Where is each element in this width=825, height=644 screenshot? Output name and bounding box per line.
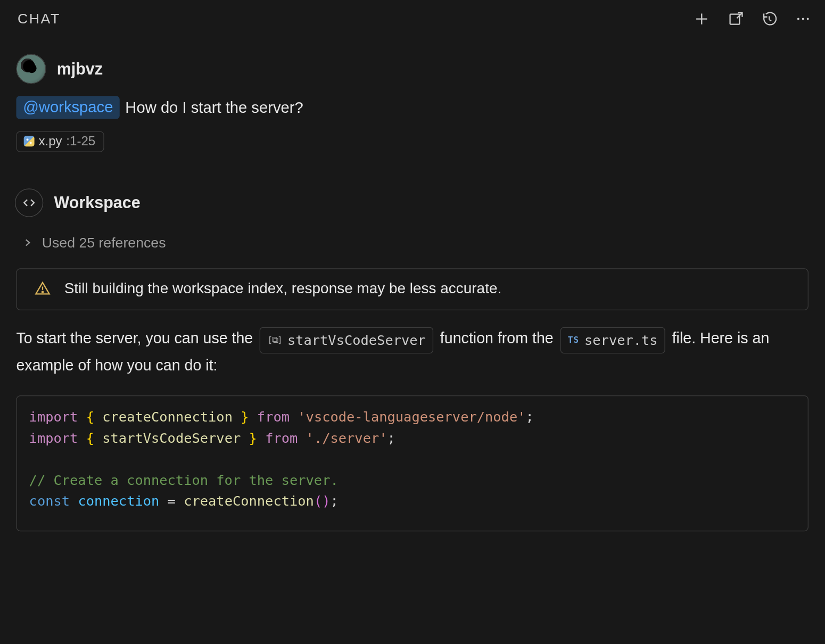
svg-point-7 [802, 18, 804, 20]
avatar [16, 54, 46, 84]
history-icon[interactable] [761, 11, 777, 27]
open-external-icon[interactable] [728, 11, 744, 27]
code-const-name: connection [78, 493, 159, 509]
chat-title: CHAT [18, 11, 61, 27]
symbol-chip[interactable]: [⧉] startVsCodeServer [260, 327, 433, 354]
workspace-mention[interactable]: @workspace [16, 96, 120, 119]
context-filename: x.py [38, 134, 62, 148]
svg-point-10 [42, 291, 43, 292]
svg-line-5 [769, 20, 771, 21]
user-query: @workspace How do I start the server? [13, 96, 811, 128]
svg-rect-2 [730, 14, 740, 24]
username: mjbvz [57, 60, 103, 79]
python-file-icon [23, 136, 34, 146]
answer-text-pre: To start the server, you can use the [16, 330, 257, 347]
file-name: server.ts [584, 329, 658, 351]
agent-name: Workspace [54, 193, 141, 212]
symbol-name: startVsCodeServer [287, 329, 426, 351]
more-icon[interactable] [795, 11, 811, 27]
context-chip[interactable]: x.py:1-25 [16, 131, 104, 152]
references-toggle[interactable]: Used 25 references [13, 225, 811, 265]
code-comment: // Create a connection for the server. [29, 472, 339, 488]
code-import1-sym: createConnection [102, 409, 233, 425]
plus-icon[interactable] [694, 11, 710, 27]
code-import1-mod: 'vscode-languageserver/node' [298, 409, 525, 425]
code-tag-icon [15, 188, 43, 217]
code-block[interactable]: import { createConnection } from 'vscode… [16, 395, 808, 531]
chat-header: CHAT [0, 0, 824, 35]
symbol-icon: [⧉] [267, 333, 282, 347]
code-import2-mod: './server' [306, 430, 387, 446]
code-const-call: createConnection [184, 493, 314, 509]
svg-point-8 [807, 18, 809, 20]
header-actions [694, 11, 811, 27]
answer-text-mid: function from the [440, 330, 558, 347]
answer-paragraph: To start the server, you can use the [⧉]… [13, 326, 811, 378]
query-text: How do I start the server? [125, 98, 303, 117]
warning-banner: Still building the workspace index, resp… [16, 268, 808, 310]
references-label: Used 25 references [42, 235, 166, 251]
code-import2-sym: startVsCodeServer [102, 430, 241, 446]
context-range: :1-25 [66, 134, 95, 148]
user-message-header: mjbvz [13, 45, 811, 96]
chevron-right-icon [23, 238, 32, 247]
warning-text: Still building the workspace index, resp… [64, 280, 502, 298]
agent-header: Workspace [13, 152, 811, 225]
file-chip[interactable]: TS server.ts [560, 327, 665, 354]
warning-icon [35, 280, 51, 296]
typescript-file-icon: TS [568, 333, 579, 347]
svg-point-6 [797, 18, 799, 20]
